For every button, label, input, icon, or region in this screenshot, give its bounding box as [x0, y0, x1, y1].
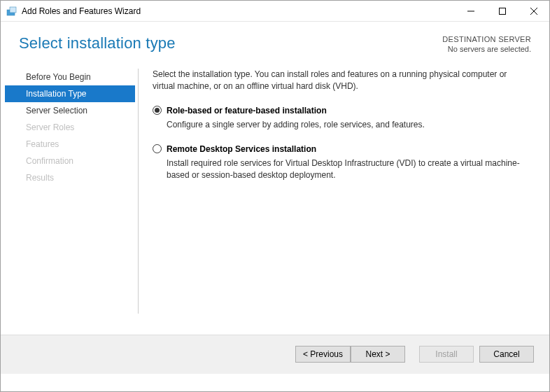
intro-text: Select the installation type. You can in…	[153, 69, 528, 93]
option-desc: Install required role services for Virtu…	[167, 158, 528, 182]
svg-rect-1	[10, 7, 16, 13]
destination-label: DESTINATION SERVER	[442, 34, 531, 44]
sidebar: Before You BeginInstallation TypeServer …	[5, 64, 135, 335]
svg-rect-3	[499, 8, 505, 14]
step-installation-type[interactable]: Installation Type	[5, 85, 135, 102]
main-panel: Select the installation type. You can in…	[139, 64, 531, 335]
maximize-button[interactable]	[486, 1, 518, 21]
radio-icon[interactable]	[153, 144, 162, 153]
option-title: Remote Desktop Services installation	[167, 144, 528, 155]
content: Before You BeginInstallation TypeServer …	[1, 60, 549, 335]
step-server-roles: Server Roles	[5, 119, 135, 136]
step-server-selection[interactable]: Server Selection	[5, 102, 135, 119]
option-0[interactable]: Role-based or feature-based installation…	[153, 105, 528, 131]
window-title: Add Roles and Features Wizard	[22, 6, 455, 16]
header: Select installation type DESTINATION SER…	[1, 22, 549, 60]
option-desc: Configure a single server by adding role…	[167, 119, 528, 131]
cancel-button[interactable]: Cancel	[479, 346, 534, 363]
previous-button[interactable]: < Previous	[295, 346, 351, 363]
window-controls	[455, 1, 549, 21]
step-features: Features	[5, 136, 135, 153]
destination-value: No servers are selected.	[442, 44, 531, 54]
step-confirmation: Confirmation	[5, 153, 135, 169]
close-button[interactable]	[518, 1, 549, 21]
page-title: Select installation type	[19, 34, 176, 52]
next-button[interactable]: Next >	[351, 346, 405, 363]
radio-icon[interactable]	[153, 106, 162, 115]
app-icon	[6, 6, 17, 17]
footer: < Previous Next > Install Cancel	[1, 335, 549, 374]
destination-info: DESTINATION SERVER No servers are select…	[442, 34, 531, 55]
step-results: Results	[5, 169, 135, 186]
option-title: Role-based or feature-based installation	[167, 105, 528, 117]
install-button: Install	[419, 346, 474, 363]
step-before-you-begin[interactable]: Before You Begin	[5, 69, 135, 85]
option-1[interactable]: Remote Desktop Services installationInst…	[153, 144, 528, 181]
titlebar: Add Roles and Features Wizard	[1, 1, 549, 22]
minimize-button[interactable]	[455, 1, 486, 21]
